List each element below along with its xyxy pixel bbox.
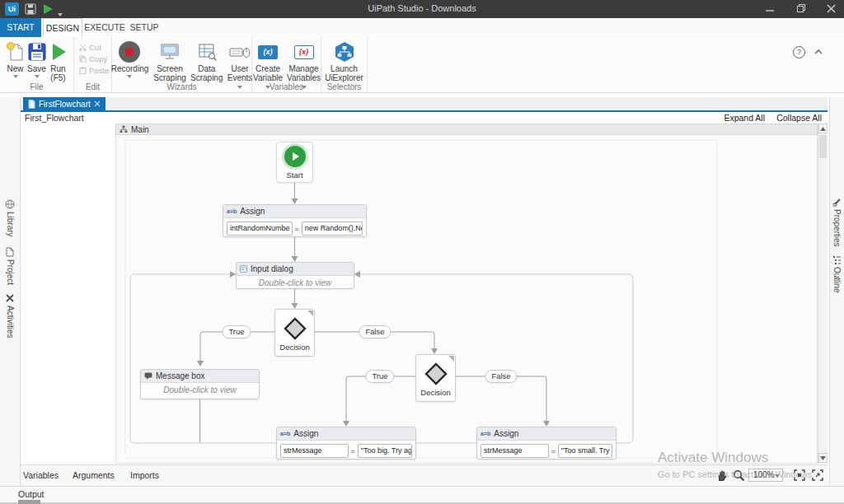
ribbon: New Save xyxy=(0,37,844,93)
run-label-line2: (F5) xyxy=(50,73,65,82)
expand-all-button[interactable]: Expand All xyxy=(724,113,765,123)
uipath-studio-window: Ui UiPath Studio - Downloads START DESIG… xyxy=(0,0,844,504)
assign-node-too-big[interactable]: a=b Assign strMessage = "Too big. Try ag… xyxy=(276,427,416,460)
left-panel-strip: Library Project Activities xyxy=(0,97,21,504)
tab-design[interactable]: DESIGN xyxy=(43,18,82,37)
assign-to-field[interactable]: strMessage xyxy=(481,444,549,458)
assign-value-field[interactable]: "Too small. Try ag xyxy=(558,444,612,458)
recording-label: Recording xyxy=(111,64,149,73)
restore-button[interactable] xyxy=(796,3,806,13)
group-label-selectors: Selectors xyxy=(321,82,367,91)
user-events-icon xyxy=(229,40,251,64)
collapse-ribbon-icon[interactable] xyxy=(814,49,823,55)
branch-label-false-1[interactable]: False xyxy=(359,325,391,338)
minimize-button[interactable] xyxy=(765,5,775,13)
start-node[interactable]: Start xyxy=(276,142,313,183)
assign-title: Assign xyxy=(494,429,518,438)
right-panel-strip: Properties Outline xyxy=(829,97,844,504)
scroll-down-button[interactable] xyxy=(818,453,828,463)
tab-setup[interactable]: SETUP xyxy=(126,18,162,37)
sidebar-tab-library[interactable]: Library xyxy=(5,199,15,237)
branch-label-false-2[interactable]: False xyxy=(485,370,517,383)
zoom-caret-icon xyxy=(775,474,780,478)
uiexplorer-icon xyxy=(334,40,355,64)
assign-icon: a=b xyxy=(481,431,490,436)
assign-to-field[interactable]: strMessage xyxy=(280,444,349,458)
input-dialog-node[interactable]: Input dialog Double-click to view xyxy=(236,262,354,289)
main-activity-header[interactable]: Main xyxy=(115,124,818,135)
decision-node-1[interactable]: Decision xyxy=(274,309,315,357)
library-label: Library xyxy=(6,212,15,237)
ribbon-group-file: New Save xyxy=(0,37,74,92)
input-dialog-body[interactable]: Double-click to view xyxy=(237,276,354,287)
create-variable-label1: Create xyxy=(256,64,280,73)
canvas-vertical-scrollbar[interactable] xyxy=(818,124,828,464)
group-label-edit: Edit xyxy=(74,82,111,91)
collapse-all-button[interactable]: Collapse All xyxy=(776,113,822,123)
equals-sign: = xyxy=(551,447,556,455)
tab-start[interactable]: START xyxy=(0,18,41,37)
assign-icon: a=b xyxy=(280,431,290,436)
decision-node-2[interactable]: Decision xyxy=(415,354,456,402)
sidebar-tab-properties[interactable]: Properties xyxy=(832,198,842,247)
branch-label-true-1[interactable]: True xyxy=(222,325,251,338)
group-label-wizards: Wizards xyxy=(112,82,251,91)
output-tab[interactable]: Output xyxy=(18,489,45,499)
tab-execute[interactable]: EXECUTE xyxy=(84,18,125,37)
main-activity-body[interactable] xyxy=(115,135,818,464)
help-button[interactable]: ? xyxy=(793,46,805,58)
decision-diamond-icon xyxy=(283,316,307,341)
window-title: UiPath Studio - Downloads xyxy=(0,3,844,13)
screen-scraping-label2: Scraping xyxy=(153,73,185,82)
breadcrumb[interactable]: First_Flowchart xyxy=(25,113,84,123)
assign-value-field[interactable]: new Random().Ne xyxy=(302,222,363,236)
message-box-body[interactable]: Double-click to view xyxy=(141,383,259,394)
properties-label: Properties xyxy=(832,209,842,247)
branch-label-true-2[interactable]: True xyxy=(365,370,394,383)
save-button[interactable]: Save xyxy=(27,40,47,82)
sidebar-tab-outline[interactable]: Outline xyxy=(832,255,842,293)
message-box-node[interactable]: Message box Double-click to view xyxy=(140,369,260,399)
paste-button[interactable]: Paste xyxy=(79,66,111,75)
zoom-to-fit-icon[interactable] xyxy=(812,469,823,481)
tab-firstflowchart[interactable]: FirstFlowchart xyxy=(23,97,106,110)
copy-button[interactable]: Copy xyxy=(79,54,111,63)
data-scraping-label2: Scraping xyxy=(190,73,223,82)
ribbon-group-edit: Cut Copy Paste Edit xyxy=(74,37,112,92)
tab-arguments[interactable]: Arguments xyxy=(73,470,115,480)
assign-node-too-small[interactable]: a=b Assign strMessage = "Too small. Try … xyxy=(476,427,617,460)
new-caret-icon xyxy=(13,75,18,78)
cut-button[interactable]: Cut xyxy=(79,43,111,52)
new-button[interactable]: New xyxy=(6,40,26,82)
fit-to-screen-icon[interactable] xyxy=(794,469,805,481)
copy-label: Copy xyxy=(89,54,107,63)
scroll-up-button[interactable] xyxy=(818,124,828,133)
group-label-variables: Variables xyxy=(252,82,321,91)
scrollbar-thumb[interactable] xyxy=(819,135,827,158)
paste-label: Paste xyxy=(89,66,109,75)
zoom-magnifier-icon[interactable] xyxy=(733,469,745,482)
zoom-level-value: 100% xyxy=(753,470,775,479)
assign-node-random[interactable]: a=b Assign intRandomNumbe = new Random()… xyxy=(223,204,367,237)
pan-hand-icon[interactable] xyxy=(715,469,728,482)
zoom-level-select[interactable]: 100% xyxy=(748,469,783,482)
decision-label: Decision xyxy=(279,343,309,352)
close-button[interactable] xyxy=(827,4,836,13)
tab-variables[interactable]: Variables xyxy=(23,470,59,480)
assign-to-field[interactable]: intRandomNumbe xyxy=(227,222,293,236)
manage-variables-icon: (x) xyxy=(294,40,314,64)
collapse-corner-icon xyxy=(307,310,313,316)
sidebar-tab-project[interactable]: Project xyxy=(5,247,15,285)
assign-value-field[interactable]: "Too big. Try agair xyxy=(358,444,412,458)
launch-uiexplorer-button[interactable]: Launch UiExplorer xyxy=(322,40,367,82)
run-button[interactable]: Run (F5) xyxy=(49,40,68,82)
recording-icon xyxy=(118,40,141,64)
outline-icon xyxy=(832,255,842,264)
sidebar-tab-activities[interactable]: Activities xyxy=(5,293,15,338)
assign-title: Assign xyxy=(293,429,318,438)
cut-icon xyxy=(79,44,87,51)
close-tab-icon[interactable] xyxy=(94,100,101,107)
output-panel-bar: Output xyxy=(0,486,844,504)
manage-variables-label1: Manage xyxy=(288,64,318,73)
tab-imports[interactable]: Imports xyxy=(130,470,159,480)
